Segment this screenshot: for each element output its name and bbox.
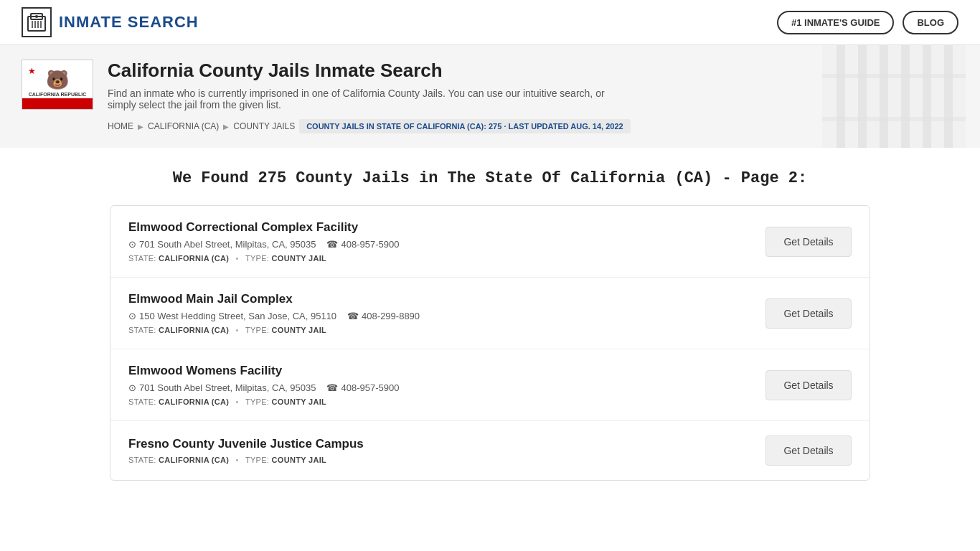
jail-list: Elmwood Correctional Complex Facility ⊙ … [110, 205, 870, 481]
hero-title: California County Jails Inmate Search [108, 60, 958, 82]
get-details-button[interactable]: Get Details [765, 227, 852, 257]
breadcrumb-section[interactable]: COUNTY JAILS [233, 121, 295, 131]
jail-phone: ☎ 408-299-8890 [347, 311, 420, 321]
get-details-button[interactable]: Get Details [765, 435, 852, 466]
jail-info: Fresno County Juvenile Justice Campus ST… [128, 437, 751, 464]
breadcrumb-state[interactable]: CALIFORNIA (CA) [148, 121, 219, 131]
pin-icon: ⊙ [128, 239, 136, 250]
jail-icon [25, 11, 48, 34]
jail-info: Elmwood Main Jail Complex ⊙ 150 West Hed… [128, 292, 751, 334]
jail-meta: STATE: CALIFORNIA (CA) • TYPE: COUNTY JA… [128, 397, 751, 406]
jail-meta: STATE: CALIFORNIA (CA) • TYPE: COUNTY JA… [128, 326, 751, 334]
jail-list-item: Elmwood Main Jail Complex ⊙ 150 West Hed… [110, 278, 870, 349]
jail-address: ⊙ 150 West Hedding Street, San Jose, CA,… [128, 311, 336, 321]
hero-section: ★ 🐻 CALIFORNIA REPUBLIC California Count… [0, 45, 980, 148]
jail-address-line: ⊙ 150 West Hedding Street, San Jose, CA,… [128, 311, 751, 321]
jail-list-item: Fresno County Juvenile Justice Campus ST… [110, 421, 870, 480]
hero-content: California County Jails Inmate Search Fi… [108, 60, 958, 133]
breadcrumb: HOME ▶ CALIFORNIA (CA) ▶ COUNTY JAILS CO… [108, 119, 958, 133]
logo-icon [22, 7, 52, 37]
svg-point-6 [35, 15, 38, 18]
breadcrumb-arrow-2: ▶ [223, 123, 229, 131]
breadcrumb-home[interactable]: HOME [108, 121, 133, 131]
jail-list-item: Elmwood Womens Facility ⊙ 701 South Abel… [110, 349, 870, 421]
get-details-button[interactable]: Get Details [765, 370, 852, 400]
breadcrumb-arrow-1: ▶ [138, 123, 143, 131]
blog-button[interactable]: BLOG [903, 11, 958, 34]
jail-name: Elmwood Main Jail Complex [128, 292, 751, 306]
breadcrumb-info: COUNTY JAILS IN STATE OF CALIFORNIA (CA)… [299, 119, 631, 133]
header-nav: #1 INMATE'S GUIDE BLOG [777, 11, 958, 34]
phone-icon: ☎ [347, 311, 359, 321]
pin-icon: ⊙ [128, 311, 136, 321]
jail-info: Elmwood Womens Facility ⊙ 701 South Abel… [128, 364, 751, 406]
hero-description: Find an inmate who is currently imprison… [108, 88, 610, 110]
jail-list-item: Elmwood Correctional Complex Facility ⊙ … [110, 206, 870, 278]
jail-info: Elmwood Correctional Complex Facility ⊙ … [128, 220, 751, 263]
jail-address: ⊙ 701 South Abel Street, Milpitas, CA, 9… [128, 239, 316, 250]
jail-address-line: ⊙ 701 South Abel Street, Milpitas, CA, 9… [128, 382, 751, 393]
breadcrumb-updated: LAST UPDATED AUG. 14, 2022 [509, 122, 623, 131]
jail-address-line: ⊙ 701 South Abel Street, Milpitas, CA, 9… [128, 239, 751, 250]
get-details-button[interactable]: Get Details [765, 298, 852, 329]
phone-icon: ☎ [326, 239, 338, 250]
jail-name: Elmwood Womens Facility [128, 364, 751, 378]
logo[interactable]: INMATE SEARCH [22, 7, 199, 37]
results-heading: We Found 275 County Jails in The State O… [110, 169, 870, 187]
logo-text: INMATE SEARCH [59, 13, 199, 32]
jail-meta: STATE: CALIFORNIA (CA) • TYPE: COUNTY JA… [128, 254, 751, 263]
main-content: We Found 275 County Jails in The State O… [95, 148, 885, 502]
inmates-guide-button[interactable]: #1 INMATE'S GUIDE [777, 11, 894, 34]
phone-icon: ☎ [326, 382, 338, 393]
jail-name: Elmwood Correctional Complex Facility [128, 220, 751, 235]
jail-name: Fresno County Juvenile Justice Campus [128, 437, 751, 451]
jail-phone: ☎ 408-957-5900 [326, 382, 399, 393]
jail-phone: ☎ 408-957-5900 [326, 239, 399, 250]
breadcrumb-count: 275 [489, 122, 501, 131]
site-header: INMATE SEARCH #1 INMATE'S GUIDE BLOG [0, 0, 980, 45]
state-flag: ★ 🐻 CALIFORNIA REPUBLIC [22, 60, 93, 110]
pin-icon: ⊙ [128, 382, 136, 393]
breadcrumb-count-label: COUNTY JAILS IN STATE OF CALIFORNIA (CA)… [306, 122, 486, 131]
jail-meta: STATE: CALIFORNIA (CA) • TYPE: COUNTY JA… [128, 456, 751, 464]
jail-address: ⊙ 701 South Abel Street, Milpitas, CA, 9… [128, 382, 316, 393]
